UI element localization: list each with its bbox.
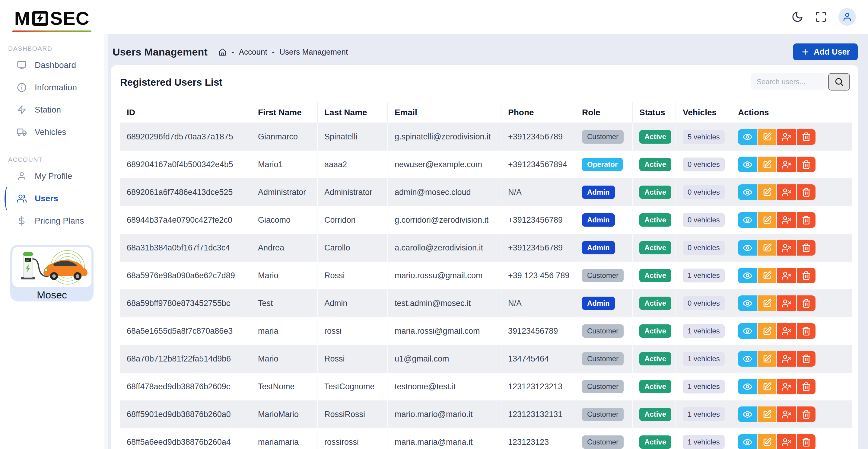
edit-button[interactable] [757,268,776,283]
search-input[interactable] [751,73,827,90]
edit-button[interactable] [757,129,776,145]
edit-button[interactable] [757,184,776,200]
table-row: 68a59bff9780e873452755bcTestAdmintest.ad… [120,289,852,317]
delete-button[interactable] [797,295,815,311]
view-button[interactable] [738,379,757,394]
view-button[interactable] [738,351,757,367]
sidebar: M SEC DASHBOARDDashboardInformationStati… [0,0,104,449]
edit-button[interactable] [757,240,776,256]
view-icon [743,438,752,447]
row-actions [738,351,852,367]
remove-user-button[interactable] [777,240,796,256]
dark-mode-toggle-moon-icon[interactable] [792,11,803,23]
view-button[interactable] [738,295,757,311]
view-button[interactable] [738,184,757,200]
cell-id: 68944b37a4e0790c427fe2c0 [120,206,251,234]
sidebar-item-users[interactable]: Users [0,187,104,210]
remove-user-button[interactable] [777,212,796,228]
fullscreen-icon[interactable] [815,11,827,23]
view-icon [743,188,752,197]
view-button[interactable] [738,268,757,283]
delete-button[interactable] [797,240,815,256]
remove-user-button[interactable] [777,184,796,200]
sidebar-section-label: DASHBOARD [8,45,104,52]
delete-button[interactable] [797,129,815,145]
vehicles-pill: 1 vehicles [683,380,725,393]
cell-first-name: Mario [251,262,317,289]
brand-logo: M SEC [0,0,104,32]
remove-user-button[interactable] [777,323,796,339]
search-button[interactable] [828,73,850,91]
edit-button[interactable] [757,434,776,449]
remove-user-button[interactable] [777,268,796,283]
remove-user-button[interactable] [777,379,796,394]
cell-vehicles: 0 vehicles [676,151,731,178]
delete-button[interactable] [797,184,815,200]
sidebar-item-label: Users [35,194,58,203]
cell-actions [731,123,852,151]
role-badge: Admin [582,213,615,227]
delete-button[interactable] [797,323,815,339]
delete-button[interactable] [797,379,815,394]
view-button[interactable] [738,407,757,422]
edit-button[interactable] [757,351,776,367]
sidebar-item-vehicles[interactable]: Vehicles [0,121,104,143]
view-button[interactable] [738,157,757,172]
edit-button[interactable] [757,295,776,311]
column-header-actions: Actions [731,102,852,123]
logo-underline [12,30,91,32]
edit-button[interactable] [757,323,776,339]
add-user-button[interactable]: Add User [793,43,858,60]
cell-role: Customer [575,123,632,151]
user-avatar-button[interactable] [838,8,856,26]
remove-user-button[interactable] [777,407,796,422]
edit-button[interactable] [757,407,776,422]
remove-user-button[interactable] [777,129,796,145]
delete-button[interactable] [797,157,815,172]
delete-button[interactable] [797,434,815,449]
row-actions [738,295,852,311]
edit-button[interactable] [757,212,776,228]
view-button[interactable] [738,323,757,339]
remove-user-button[interactable] [777,157,796,172]
view-button[interactable] [738,129,757,145]
cell-last-name: Spinatelli [317,123,388,151]
remove-user-icon [782,299,792,308]
breadcrumb-users-management[interactable]: Users Management [279,48,348,57]
view-button[interactable] [738,240,757,256]
page-title: Users Management [113,46,208,58]
delete-button[interactable] [797,407,815,422]
edit-icon [763,354,772,364]
sidebar-item-dashboard[interactable]: Dashboard [0,54,104,76]
delete-button[interactable] [797,268,815,283]
status-badge: Active [639,241,671,255]
remove-user-icon [782,438,792,447]
cell-phone: 123123123 [501,428,575,449]
cell-actions [731,234,852,262]
delete-button[interactable] [797,351,815,367]
sidebar-item-station[interactable]: Station [0,99,104,121]
status-badge: Active [639,324,671,338]
table-row: 68ff5a6eed9db38876b260a4mariamariarossir… [120,428,852,449]
sidebar-scrollbar-track[interactable] [104,34,108,449]
cell-email: u1@gmail.com [388,345,501,373]
delete-button[interactable] [797,212,815,228]
breadcrumb-account[interactable]: Account [239,48,267,57]
edit-button[interactable] [757,379,776,394]
logo-text-sec: SEC [50,9,89,28]
sidebar-item-information[interactable]: Information [0,76,104,99]
remove-user-button[interactable] [777,295,796,311]
cell-email: maria.rossi@gmail.com [388,317,501,345]
edit-icon [763,243,772,252]
column-header-last-name: Last Name [317,102,388,123]
view-button[interactable] [738,434,757,449]
remove-user-button[interactable] [777,434,796,449]
cell-actions [731,151,852,178]
home-icon[interactable] [218,48,226,56]
view-button[interactable] [738,212,757,228]
remove-user-button[interactable] [777,351,796,367]
remove-user-icon [782,132,792,142]
edit-button[interactable] [757,157,776,172]
sidebar-item-my-profile[interactable]: My Profile [0,165,104,187]
sidebar-item-pricing-plans[interactable]: Pricing Plans [0,210,104,232]
